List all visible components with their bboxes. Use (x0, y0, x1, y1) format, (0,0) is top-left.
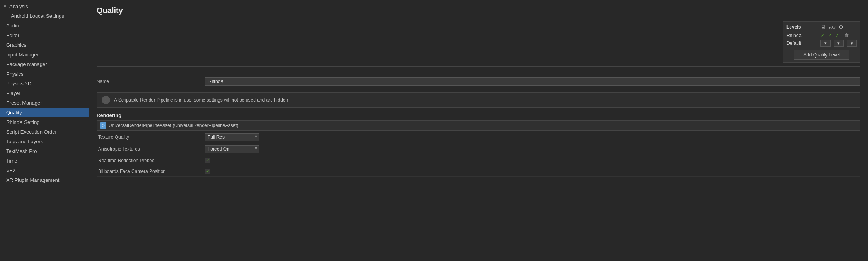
default-dropdown-android[interactable]: ▾ (847, 40, 857, 47)
default-label: Default (786, 41, 817, 46)
header-divider (97, 66, 860, 67)
page-title: Quality (97, 6, 860, 15)
sidebar-item-analysis[interactable]: ▼Analysis (0, 2, 89, 11)
sidebar-item-audio[interactable]: Audio (0, 21, 89, 31)
setting-row-texture-quality: Texture Quality Full Res Half Res Quarte… (97, 131, 860, 143)
default-dropdowns: ▾ ▾ ▾ (820, 40, 857, 47)
anisotropic-label: Anisotropic Textures (97, 146, 205, 152)
warning-text: A Scriptable Render Pipeline is in use, … (114, 97, 288, 103)
sidebar: ▼AnalysisAndroid Logcat SettingsAudioEdi… (0, 0, 89, 261)
sidebar-item-graphics[interactable]: Graphics (0, 40, 89, 50)
rhinox-level-row: RhinoX ✓ ✓ ✓ 🗑 (786, 32, 857, 38)
ios-icon: iOS (829, 25, 836, 29)
sidebar-item-package-manager[interactable]: Package Manager (0, 59, 89, 69)
texture-quality-dropdown[interactable]: Full Res Half Res Quarter Res Eighth Res (205, 133, 259, 141)
sidebar-item-script-execution[interactable]: Script Execution Order (0, 127, 89, 137)
sidebar-item-rhinox-setting[interactable]: RhinoX Setting (0, 117, 89, 127)
sidebar-item-tags-and-layers[interactable]: Tags and Layers (0, 137, 89, 146)
sidebar-item-textmesh-pro[interactable]: TextMesh Pro (0, 146, 89, 156)
default-dropdown-monitor[interactable]: ▾ (820, 40, 831, 47)
reflection-checkbox[interactable] (205, 158, 210, 163)
setting-row-anisotropic: Anisotropic Textures Forced On Per Textu… (97, 143, 860, 155)
reflection-value (205, 158, 860, 163)
sidebar-item-android-logcat[interactable]: Android Logcat Settings (0, 11, 89, 21)
billboards-checkbox[interactable] (205, 169, 210, 174)
sidebar-item-physics-2d[interactable]: Physics 2D (0, 79, 89, 88)
rhinox-level-name: RhinoX (786, 33, 817, 38)
levels-icons: 🖥 iOS ⚙ (820, 24, 844, 30)
name-field-label: Name (97, 79, 205, 84)
default-row: Default ▾ ▾ ▾ (786, 40, 857, 47)
rhinox-delete-button[interactable]: 🗑 (844, 32, 849, 38)
monitor-icon: 🖥 (820, 24, 826, 30)
anisotropic-dropdown-wrapper: Forced On Per Texture Disabled (205, 145, 259, 153)
sidebar-item-editor[interactable]: Editor (0, 31, 89, 40)
arrow-icon-analysis: ▼ (3, 4, 8, 8)
sidebar-item-time[interactable]: Time (0, 156, 89, 166)
rhinox-check-ios: ✓ (828, 32, 832, 38)
setting-row-billboards: Billboards Face Camera Position (97, 166, 860, 177)
sidebar-item-quality[interactable]: Quality (0, 108, 89, 117)
main-content: Quality Levels 🖥 iOS ⚙ RhinoX ✓ (89, 0, 868, 261)
add-quality-level-button[interactable]: Add Quality Level (794, 50, 849, 60)
levels-table: Levels 🖥 iOS ⚙ RhinoX ✓ ✓ ✓ 🗑 (783, 21, 860, 63)
setting-row-reflection: Realtime Reflection Probes (97, 155, 860, 166)
anisotropic-value: Forced On Per Texture Disabled (205, 145, 860, 153)
levels-label: Levels (786, 24, 817, 30)
settings-body: Name ! A Scriptable Render Pipeline is i… (89, 75, 868, 185)
sidebar-item-xr-plugin[interactable]: XR Plugin Management (0, 175, 89, 185)
name-row: Name (97, 75, 860, 88)
sidebar-item-vfx[interactable]: VFX (0, 166, 89, 175)
rhinox-level-checks: ✓ ✓ ✓ 🗑 (820, 32, 849, 38)
main-header: Quality Levels 🖥 iOS ⚙ RhinoX ✓ (89, 0, 868, 75)
quality-levels-panel: Levels 🖥 iOS ⚙ RhinoX ✓ ✓ ✓ 🗑 (97, 21, 860, 63)
rhinox-check-monitor: ✓ (820, 32, 825, 38)
reflection-label: Realtime Reflection Probes (97, 158, 205, 163)
sidebar-item-preset-manager[interactable]: Preset Manager (0, 98, 89, 108)
texture-quality-label: Texture Quality (97, 134, 205, 140)
rhinox-check-android: ✓ (835, 32, 839, 38)
warning-icon: ! (102, 96, 110, 104)
anisotropic-dropdown[interactable]: Forced On Per Texture Disabled (205, 145, 259, 153)
pipeline-asset-row: ⬡ UniversalRenderPipelineAsset (Universa… (97, 120, 860, 130)
sidebar-item-player[interactable]: Player (0, 88, 89, 98)
billboards-label: Billboards Face Camera Position (97, 169, 205, 174)
name-field-input[interactable] (205, 77, 860, 86)
rendering-section-header: Rendering (97, 112, 860, 118)
settings-list: Texture Quality Full Res Half Res Quarte… (97, 131, 860, 177)
default-dropdown-ios[interactable]: ▾ (834, 40, 844, 47)
levels-header-row: Levels 🖥 iOS ⚙ (786, 24, 857, 30)
android-icon: ⚙ (839, 24, 844, 30)
sidebar-item-input-manager[interactable]: Input Manager (0, 50, 89, 59)
sidebar-item-physics[interactable]: Physics (0, 69, 89, 79)
pipeline-asset-icon: ⬡ (100, 122, 106, 129)
texture-quality-value: Full Res Half Res Quarter Res Eighth Res (205, 133, 860, 141)
warning-banner: ! A Scriptable Render Pipeline is in use… (97, 92, 860, 108)
pipeline-asset-text: UniversalRenderPipelineAsset (UniversalR… (109, 123, 238, 128)
texture-quality-dropdown-wrapper: Full Res Half Res Quarter Res Eighth Res (205, 133, 259, 141)
billboards-value (205, 169, 860, 174)
